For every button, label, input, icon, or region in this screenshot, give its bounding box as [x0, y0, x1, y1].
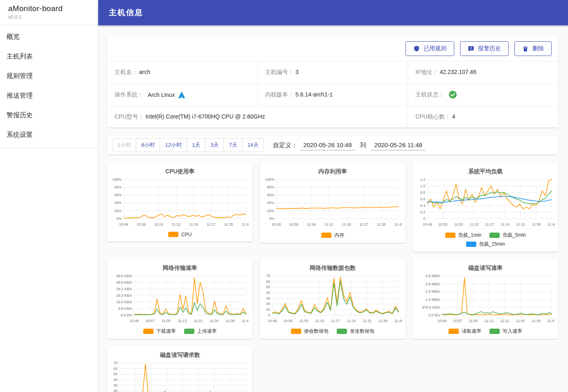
legend-item[interactable]: 负载_1min — [445, 232, 482, 239]
sidebar-item-system-settings[interactable]: 系统设置 — [0, 125, 98, 145]
svg-text:0.0 B/s: 0.0 B/s — [121, 313, 132, 317]
legend-label: CPU — [181, 232, 192, 237]
chart-card-network-rate: 网络传输速率0.0 B/s9.8 KB/s19.5 KB/s29.3 KB/s3… — [107, 259, 252, 339]
svg-text:11:24: 11:24 — [500, 222, 509, 226]
chart-card-disk-requests: 磁盘读写请求数01020304050607010:4810:5511:0311:… — [107, 346, 252, 392]
legend-item[interactable]: 下载速率 — [143, 328, 176, 335]
legend-item[interactable]: 写入速率 — [489, 328, 522, 335]
svg-text:10:48: 10:48 — [130, 318, 139, 323]
delete-button[interactable]: 删除 — [514, 41, 552, 56]
svg-text:11:12: 11:12 — [325, 222, 334, 226]
sidebar-item-alert-history[interactable]: 警报历史 — [0, 105, 98, 125]
svg-text:4.8 MB/s: 4.8 MB/s — [425, 274, 440, 278]
svg-text:11:19: 11:19 — [189, 222, 198, 226]
legend-item[interactable]: 负载_15min — [466, 241, 505, 248]
cpu-cores-label: CPU核心数： — [415, 113, 451, 120]
hostname-value: arch — [139, 69, 150, 75]
range-button-1[interactable]: 6小时 — [136, 138, 160, 152]
svg-text:80%: 80% — [267, 185, 275, 189]
svg-text:0.8: 0.8 — [420, 190, 425, 195]
ip-cell: IP地址：42.232.107.46 — [408, 62, 558, 83]
svg-text:11:35: 11:35 — [224, 222, 233, 226]
used-rules-button[interactable]: 已用规则 — [406, 41, 454, 56]
range-button-6[interactable]: 14天 — [242, 138, 264, 152]
svg-text:20%: 20% — [267, 209, 275, 213]
svg-text:30: 30 — [113, 383, 117, 388]
svg-text:60: 60 — [266, 279, 270, 283]
delete-label: 删除 — [532, 45, 544, 52]
legend-item[interactable]: 发送数据包 — [337, 328, 374, 335]
table-row: 主机名：arch 主机编号：3 IP地址：42.232.107.46 — [107, 62, 558, 83]
range-button-5[interactable]: 7天 — [223, 138, 242, 152]
legend-item[interactable]: 读取速率 — [449, 328, 481, 335]
chart-plot[interactable]: 0.0 B/s9.8 KB/s19.5 KB/s29.3 KB/s39.1 KB… — [110, 273, 249, 327]
cpu-model-label: CPU型号： — [115, 113, 144, 120]
chart-plot[interactable]: 01020304050607010:4810:5511:0311:1011:17… — [110, 360, 249, 392]
chart-title: 网络传输数据包数 — [263, 262, 402, 273]
sidebar-item-rule-management[interactable]: 规则管理 — [0, 66, 98, 86]
svg-text:70: 70 — [113, 361, 117, 365]
start-datetime-input[interactable]: 2020-05-26 10:48 — [300, 140, 355, 150]
svg-text:11:19: 11:19 — [342, 222, 351, 226]
svg-text:11:30: 11:30 — [516, 318, 525, 323]
svg-text:60%: 60% — [267, 193, 275, 197]
chart-title: 系统平均负载 — [416, 166, 555, 176]
end-datetime-input[interactable]: 2020-05-26 11:48 — [371, 140, 426, 150]
svg-text:11:04: 11:04 — [154, 222, 163, 226]
range-button-2[interactable]: 12小时 — [160, 138, 187, 152]
chart-card-disk-rate: 磁盘读写速率0.0 B/s976.6 KB/s1.9 MB/s2.9 MB/s3… — [413, 259, 558, 339]
sidebar-item-host-list[interactable]: 主机列表 — [0, 47, 98, 66]
time-range-group: 1小时6小时12小时1天3天7天14天 — [112, 138, 264, 152]
svg-text:10:48: 10:48 — [119, 222, 128, 226]
svg-text:10:56: 10:56 — [289, 222, 298, 226]
svg-text:19.5 KB/s: 19.5 KB/s — [116, 300, 132, 304]
svg-text:50: 50 — [113, 372, 117, 376]
ip-value: 42.232.107.46 — [440, 69, 476, 75]
app-logo[interactable]: aMonitor-board v0.0.1 — [0, 0, 98, 25]
alarm-history-icon — [468, 45, 474, 52]
chart-card-memory-usage: 内存利用率0%20%40%60%80%100%10:4810:5611:0411… — [260, 163, 405, 243]
sidebar-item-push-management[interactable]: 推送管理 — [0, 86, 98, 105]
chart-plot[interactable]: 01020304050607010:4810:5511:0311:1011:17… — [263, 273, 402, 327]
legend-item[interactable]: 上传速率 — [184, 328, 217, 335]
status-label: 主机状态： — [415, 91, 444, 99]
content: 已用规则 报警历史 删除 — [98, 25, 568, 392]
chart-plot[interactable]: 0.0 B/s976.6 KB/s1.9 MB/s2.9 MB/s3.8 MB/… — [416, 273, 555, 327]
svg-text:29.3 KB/s: 29.3 KB/s — [116, 293, 132, 298]
svg-text:11:47: 11:47 — [547, 318, 555, 323]
svg-text:39.1 KB/s: 39.1 KB/s — [116, 287, 132, 291]
app-title: aMonitor-board — [8, 4, 98, 13]
range-button-0[interactable]: 1小时 — [112, 138, 136, 152]
legend-item[interactable]: 内存 — [321, 232, 344, 239]
svg-text:0%: 0% — [269, 217, 275, 221]
svg-text:10: 10 — [266, 307, 270, 311]
series-line — [442, 278, 552, 315]
chart-plot[interactable]: 00.20.40.60.81.01.210:4810:5511:0311:101… — [416, 176, 555, 231]
os-value: Arch Linux — [148, 92, 175, 98]
svg-text:11:24: 11:24 — [347, 318, 356, 323]
svg-text:11:03: 11:03 — [300, 318, 309, 323]
range-button-4[interactable]: 3天 — [205, 138, 224, 152]
legend-label: 上传速率 — [197, 328, 217, 335]
svg-text:11:39: 11:39 — [532, 222, 541, 226]
legend-swatch — [143, 329, 153, 334]
chart-legend: 下载速率上传速率 — [129, 328, 231, 335]
chart-plot[interactable]: 0%20%40%60%80%100%10:4810:5611:0411:1211… — [263, 176, 402, 231]
legend-swatch — [489, 233, 500, 238]
svg-text:50: 50 — [266, 285, 270, 289]
sidebar-item-overview[interactable]: 概览 — [0, 27, 98, 47]
svg-text:11:27: 11:27 — [207, 222, 216, 226]
range-button-3[interactable]: 1天 — [187, 138, 205, 152]
chart-plot[interactable]: 0%20%40%60%80%100%10:4810:5611:0411:1211… — [110, 176, 249, 231]
legend-item[interactable]: 接收数据包 — [291, 328, 329, 335]
svg-text:10:57: 10:57 — [146, 318, 155, 323]
svg-text:10:48: 10:48 — [272, 222, 281, 226]
legend-item[interactable]: CPU — [168, 232, 192, 237]
alarm-history-button[interactable]: 报警历史 — [460, 41, 509, 56]
chart-card-network-packets: 网络传输数据包数01020304050607010:4810:5511:0311… — [260, 259, 405, 339]
legend-label: 接收数据包 — [304, 328, 329, 335]
table-row: 操作系统：Arch Linux 内核版本：5.6.14-arch1-1 — [107, 83, 558, 106]
legend-item[interactable]: 负载_5min — [489, 232, 526, 239]
svg-text:10:55: 10:55 — [438, 222, 447, 226]
sidebar: aMonitor-board v0.0.1 概览主机列表规则管理推送管理警报历史… — [0, 0, 98, 392]
